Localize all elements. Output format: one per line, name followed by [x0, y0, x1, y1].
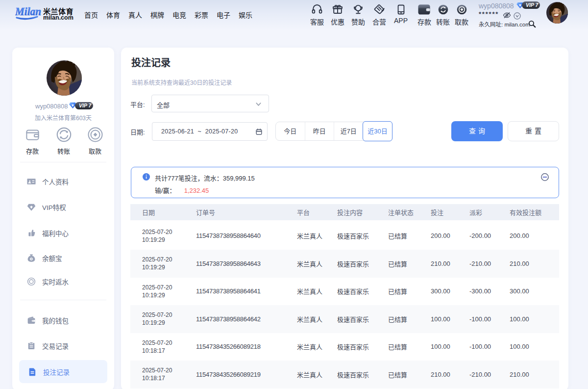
svg-text:Milan: Milan	[15, 5, 41, 18]
